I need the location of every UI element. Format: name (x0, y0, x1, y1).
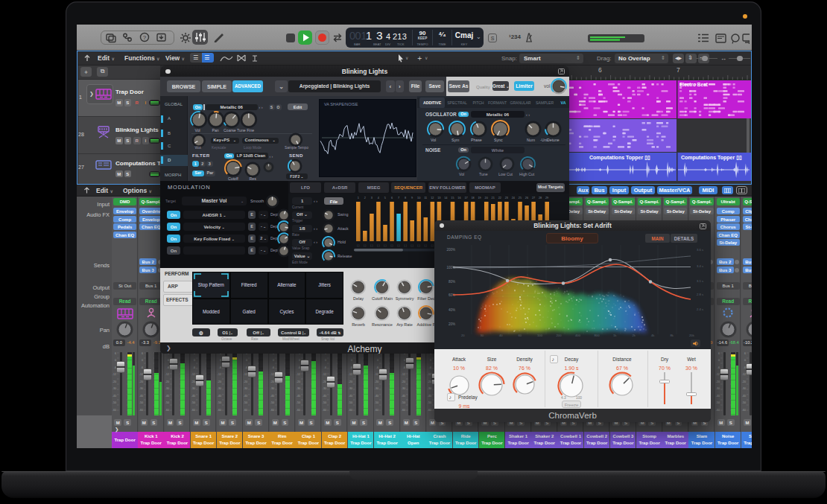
svg-text:-20: -20 (375, 380, 378, 383)
svg-text:15: 15 (451, 197, 454, 200)
svg-text:(-): (-) (431, 244, 434, 247)
svg-text:28: 28 (539, 197, 542, 200)
svg-text:23: 23 (505, 197, 508, 200)
svg-text:-60: -60 (113, 409, 116, 412)
svg-text:0: 0 (430, 359, 431, 362)
svg-text:0: 0 (246, 359, 247, 362)
svg-text:-40: -40 (244, 395, 247, 398)
svg-text:-20: -20 (401, 380, 405, 383)
svg-text:-40: -40 (270, 395, 273, 398)
svg-text:-40: -40 (716, 395, 720, 398)
svg-text:-12: -12 (297, 373, 300, 376)
svg-text:17: 17 (464, 197, 467, 200)
svg-text:-50: -50 (113, 401, 116, 404)
svg-text:6: 6 (391, 197, 393, 200)
svg-text:-50: -50 (270, 401, 273, 404)
svg-text:(-): (-) (397, 244, 400, 247)
svg-text:9: 9 (411, 197, 413, 200)
svg-text:-60: -60 (297, 409, 300, 412)
svg-text:(-): (-) (404, 244, 407, 247)
svg-text:22: 22 (498, 197, 501, 200)
svg-text:26: 26 (525, 197, 528, 200)
svg-text:(-): (-) (411, 244, 414, 247)
svg-text:0: 0 (351, 359, 352, 362)
svg-text:-12: -12 (323, 373, 326, 376)
svg-text:-40: -40 (218, 395, 221, 398)
svg-text:(-): (-) (370, 244, 373, 247)
svg-text:-30: -30 (139, 387, 142, 390)
svg-text:12: 12 (431, 197, 434, 200)
svg-text:-60: -60 (191, 409, 195, 412)
svg-text:5: 5 (384, 197, 386, 200)
svg-text:(-): (-) (377, 244, 380, 247)
svg-text:-60: -60 (270, 409, 273, 412)
svg-text:-50: -50 (191, 401, 195, 404)
svg-text:0: 0 (142, 359, 143, 362)
svg-text:-30: -30 (113, 387, 116, 390)
svg-text:-50: -50 (165, 401, 169, 404)
svg-text:-50: -50 (297, 401, 300, 404)
svg-text:(-): (-) (417, 244, 420, 247)
svg-text:6: 6 (718, 352, 720, 355)
svg-text:-20: -20 (270, 380, 273, 383)
svg-text:6: 6 (744, 352, 746, 355)
svg-text:-40: -40 (742, 395, 746, 398)
svg-text:-20: -20 (742, 380, 746, 383)
svg-text:-30: -30 (375, 387, 378, 390)
svg-text:-30: -30 (191, 387, 195, 390)
svg-text:1: 1 (358, 197, 359, 200)
svg-text:-30: -30 (742, 387, 746, 390)
svg-text:0: 0 (325, 359, 326, 362)
svg-text:-60: -60 (716, 409, 720, 412)
svg-text:-20: -20 (139, 380, 142, 383)
svg-text:25: 25 (519, 197, 522, 200)
svg-text:-30: -30 (270, 387, 273, 390)
svg-text:6: 6 (115, 352, 116, 355)
svg-text:-12: -12 (113, 373, 116, 376)
svg-text:-50: -50 (218, 401, 221, 404)
svg-text:-60: -60 (139, 409, 142, 412)
svg-text:7: 7 (398, 197, 399, 200)
svg-text:-40: -40 (349, 395, 352, 398)
svg-text:-60: -60 (323, 409, 326, 412)
svg-text:4: 4 (378, 197, 379, 200)
svg-text:-50: -50 (401, 401, 405, 404)
svg-text:(-): (-) (384, 244, 387, 247)
svg-text:-50: -50 (349, 401, 352, 404)
svg-text:-30: -30 (297, 387, 300, 390)
svg-text:-60: -60 (244, 409, 247, 412)
svg-text:-6: -6 (324, 366, 326, 369)
svg-text:-60: -60 (349, 409, 352, 412)
svg-text:20: 20 (485, 197, 488, 200)
svg-text:27: 27 (532, 197, 535, 200)
svg-text:0: 0 (718, 359, 720, 362)
svg-text:8: 8 (405, 197, 406, 200)
svg-text:-20: -20 (297, 380, 300, 383)
svg-text:2: 2 (364, 197, 366, 200)
svg-text:-12: -12 (270, 373, 273, 376)
svg-text:21: 21 (492, 197, 495, 200)
svg-text:(-): (-) (390, 244, 393, 247)
svg-text:-12: -12 (165, 373, 169, 376)
svg-text:-30: -30 (716, 387, 720, 390)
svg-text:-12: -12 (401, 373, 405, 376)
svg-text:-60: -60 (165, 409, 169, 412)
svg-text:-50: -50 (139, 401, 142, 404)
svg-text:-6: -6 (429, 366, 431, 369)
svg-text:-30: -30 (401, 387, 405, 390)
svg-text:3: 3 (371, 197, 373, 200)
svg-text:(-): (-) (424, 244, 427, 247)
svg-text:-50: -50 (716, 401, 720, 404)
svg-text:-50: -50 (742, 401, 746, 404)
svg-text:10: 10 (417, 197, 420, 200)
svg-text:-50: -50 (244, 401, 247, 404)
svg-text:-30: -30 (165, 387, 169, 390)
svg-text:-30: -30 (244, 387, 247, 390)
svg-text:-40: -40 (323, 395, 326, 398)
svg-text:-50: -50 (375, 401, 378, 404)
svg-text:-30: -30 (428, 387, 431, 390)
svg-text:-60: -60 (375, 409, 378, 412)
svg-text:-60: -60 (401, 409, 405, 412)
svg-text:-6: -6 (140, 366, 142, 369)
svg-text:0: 0 (377, 359, 378, 362)
